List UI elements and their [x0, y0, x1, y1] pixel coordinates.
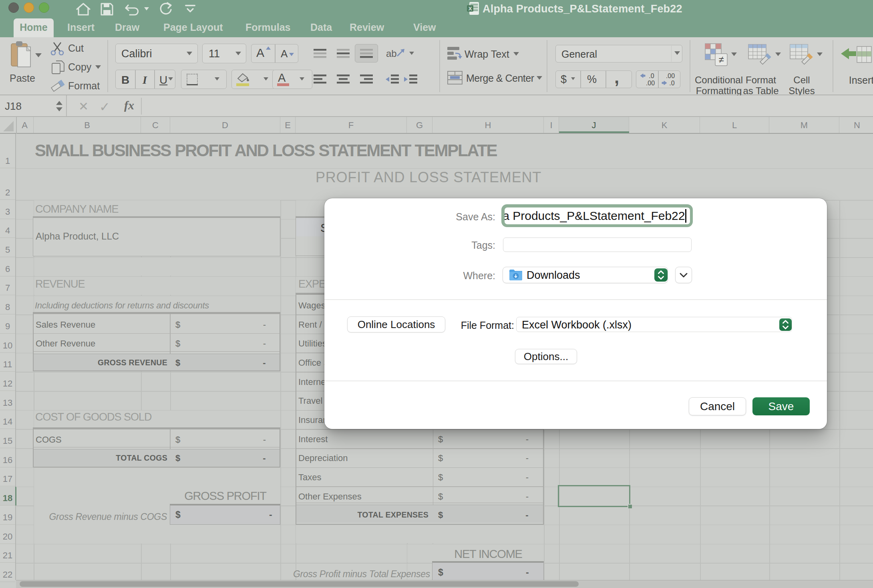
svg-text:.00: .00: [646, 80, 655, 86]
svg-text:.0: .0: [649, 72, 654, 79]
svg-text:.00: .00: [666, 72, 675, 79]
svg-text:≠: ≠: [718, 54, 724, 65]
svg-text:.0: .0: [669, 80, 674, 86]
svg-text:ab: ab: [386, 48, 397, 59]
